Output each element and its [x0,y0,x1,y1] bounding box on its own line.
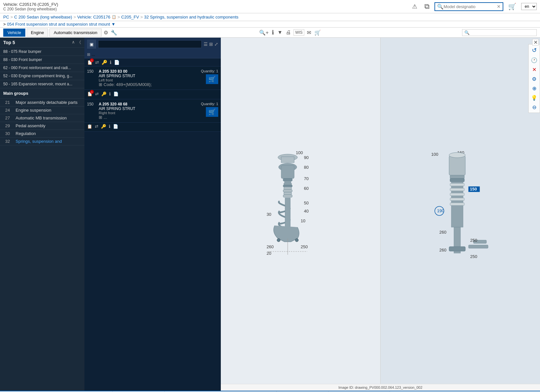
sidebar-collapse-up-icon[interactable]: ∧ [72,40,75,45]
search-clear-icon[interactable]: ✕ [497,4,501,9]
zoom-in-icon[interactable]: 🔍+ [258,29,269,36]
diagram-right: 160 100 150 190 [380,38,540,384]
mail-icon[interactable]: ✉ [306,29,312,36]
svg-text:10: 10 [301,218,305,223]
svg-rect-48 [469,245,488,248]
tools-icon[interactable]: 🔧 [110,29,118,36]
toolbar-tabs: Vehicle Engine Automatic transmission ⚙ … [3,29,118,37]
breadcrumb-vehicle[interactable]: Vehicle: C205176 [77,15,110,19]
toolbar-search: 🔍 [462,29,537,36]
parts-grid-view-icon[interactable]: ⊞ [209,42,213,47]
part-0-bottom-key-icon[interactable]: 🔑 [101,92,107,96]
language-select[interactable]: en de [521,3,537,10]
part-0-info-icon[interactable]: ℹ [110,60,111,65]
part-1-details: A 205 320 48 68 AIR SPRING STRUT Right f… [99,102,201,120]
svg-text:250: 250 [470,238,477,243]
breadcrumb-dropdown-icon[interactable]: ▼ [111,22,116,27]
print-icon[interactable]: 🖨 [285,29,292,36]
diagram-cross-icon[interactable]: ✕ [530,66,538,74]
header-right: ⚠ ⧉ 🔍 ✕ 🛒 en de [410,1,537,12]
cart-icon[interactable]: 🛒 [506,2,519,11]
part-0-cart-btn[interactable]: 🛒 [206,74,218,84]
part-0-file-icon[interactable]: 📄 [114,60,119,65]
toolbar-search-box: 🔍 [462,29,537,36]
parts-search-input[interactable] [98,40,202,48]
parts-expand-view-icon[interactable]: ⤢ [214,42,218,47]
breadcrumb-sedan[interactable]: C 200 Sedan (long wheelbase) [14,15,72,19]
wis-icon[interactable]: WIS [294,29,304,36]
filter-icon[interactable]: ▼ [277,29,283,36]
model-search-input[interactable] [444,4,496,9]
parts-expand-icon[interactable]: ▣ [87,40,96,49]
svg-point-13 [277,239,280,242]
parts-group-dots: ... [92,52,95,57]
sidebar-group-27-label: Automatic MB transmission [16,116,67,120]
part-1-exchange-icon[interactable]: ⇄ [95,124,98,129]
part-1-info-icon[interactable]: ℹ [109,124,110,129]
parts-group-grid-icon[interactable]: ⊞ [87,52,90,57]
header-left: Vehicle: C205176 (C205_FV) C 200 Sedan (… [3,2,58,11]
breadcrumb-c205fv[interactable]: C205_FV [121,15,139,19]
sidebar-group-32-label: Springs, suspension and [16,139,62,144]
part-0-bottom-exchange-icon[interactable]: ⇄ [95,92,99,96]
cart-toolbar-icon[interactable]: 🛒 [314,29,321,36]
sidebar-item-engine-compartment[interactable]: 52 - 030 Engine compartment lining, g... [0,72,84,80]
sidebar-group-21[interactable]: 21 Major assembly detachable parts [0,99,84,106]
sidebar-collapse-left-icon[interactable]: 《 [77,40,81,45]
parts-list-view-icon[interactable]: ☰ [204,42,208,47]
breadcrumb-pc[interactable]: PC [3,15,9,19]
sidebar-item-front-reinforcement[interactable]: 62 - 060 Front reinforcement and radi... [0,64,84,72]
diagram-side-tools: ↺ 🕐 ✕ ⚙ ⊕ 💡 ⊖ [528,44,540,113]
svg-rect-33 [450,175,464,178]
breadcrumb-springs[interactable]: 32 Springs, suspension and hydraulic com… [144,15,239,19]
alert-icon[interactable]: ⚠ [410,2,420,11]
tab-engine[interactable]: Engine [27,29,48,37]
tab-vehicle[interactable]: Vehicle [3,29,25,37]
part-0-doc-icon[interactable]: 📋 1 [87,60,93,65]
sidebar-group-27[interactable]: 27 Automatic MB transmission [0,114,84,122]
part-0-exchange-icon[interactable]: ⇄ [95,60,99,65]
settings-icon[interactable]: ⚙ [103,29,109,36]
sidebar-group-24[interactable]: 24 Engine suspension [0,106,84,114]
svg-rect-43 [450,198,464,201]
sidebar-group-32[interactable]: 32 Springs, suspension and [0,138,84,145]
diagram-zoom-out-icon[interactable]: ⊖ [530,103,538,111]
toolbar: Vehicle Engine Automatic transmission ⚙ … [0,28,540,38]
diagram-clock-icon[interactable]: 🕐 [530,56,538,64]
part-1-cart-btn[interactable]: 🛒 [206,107,218,117]
info-icon[interactable]: ℹ [271,28,275,37]
sidebar-item-rear-bumper[interactable]: 88 - 075 Rear bumper [0,48,84,56]
sidebar-top5-header: Top 5 ∧ 《 [0,38,84,48]
part-0-code-grid-icon: ⊞ [99,82,102,87]
diagram-refresh-icon[interactable]: ↺ [530,46,538,55]
diagram-info2-icon[interactable]: 💡 [530,94,538,102]
diagram-zoom-in2-icon[interactable]: ⊕ [530,84,538,92]
part-0-code: ⊞ Code: 489+{M005/M008}; [99,82,201,87]
toolbar-search-input[interactable] [470,30,534,35]
part-item-1: 150 A 205 320 48 68 AIR SPRING STRUT Rig… [84,99,221,123]
part-0-action-icons: 📋 1 ⇄ 🔑 ℹ 📄 [84,58,221,67]
sidebar-group-29[interactable]: 29 Pedal assembly [0,122,84,130]
parts-group-header-1: ⊞ ... [84,51,221,58]
breadcrumb-054[interactable]: 054 Front suspension strut and suspensio… [7,22,110,27]
part-1-key-icon[interactable]: 🔑 [101,124,106,129]
part-0-bottom-info-icon[interactable]: ℹ [109,92,111,96]
part-1-code-grid-icon: ⊞ [99,115,102,120]
part-0-key-icon[interactable]: 🔑 [102,60,107,65]
part-1-qty: Quantity: 1 🛒 [201,102,218,117]
sidebar-group-30-num: 30 [5,131,13,136]
part-0-bottom-file-icon[interactable]: 📄 [113,92,119,96]
diagram-close-btn[interactable]: ✕ [532,39,539,45]
part-1-doc-icon[interactable]: 📋 [87,124,92,129]
diagram-settings2-icon[interactable]: ⚙ [530,75,538,83]
part-0-bottom-doc[interactable]: 📋 1 [87,91,93,96]
sidebar-item-expansion-reservoir[interactable]: 50 - 165 Expansion reservoir, mount a... [0,80,84,88]
copy-icon[interactable]: ⧉ [422,1,432,12]
sidebar-group-30[interactable]: 30 Regulation [0,130,84,138]
tab-automatic-transmission[interactable]: Automatic transmission [49,29,101,37]
sidebar-item-front-bumper[interactable]: 88 - 030 Front bumper [0,56,84,64]
part-0-pos: 150 [87,69,99,74]
breadcrumb-row1: PC > C 200 Sedan (long wheelbase) > Vehi… [0,13,540,21]
part-1-file-icon[interactable]: 📄 [113,124,118,129]
copy-vehicle-icon[interactable]: 📋 [112,15,116,19]
